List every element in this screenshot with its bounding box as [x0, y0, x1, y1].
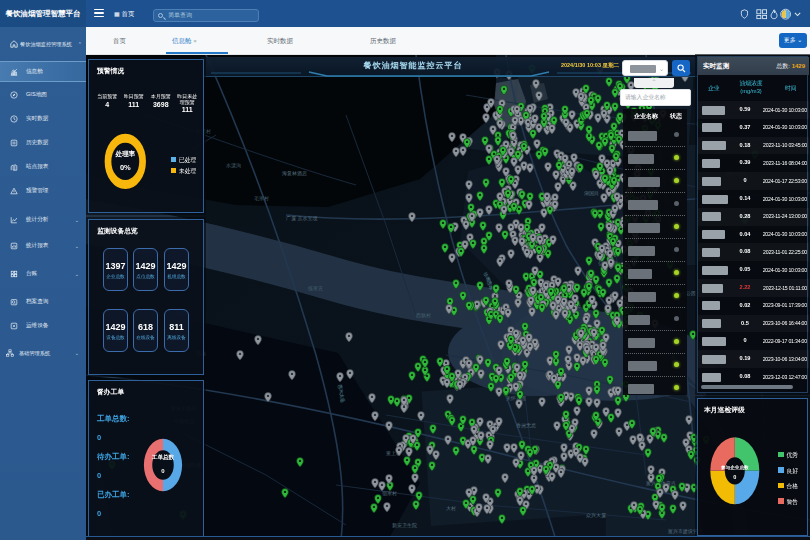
svg-text:海复林酒店: 海复林酒店 [282, 170, 307, 177]
svg-text:湖国目: 湖国目 [584, 190, 599, 197]
svg-text:0%: 0% [120, 163, 131, 172]
svg-text:新安卫生院: 新安卫生院 [392, 522, 417, 529]
svg-text:广厦 京水宝境: 广厦 京水宝境 [286, 215, 317, 222]
svg-text:宿家村: 宿家村 [382, 490, 397, 497]
svg-text:练家言: 练家言 [308, 285, 323, 291]
svg-text:工单总数: 工单总数 [151, 454, 175, 461]
svg-text:处理率: 处理率 [114, 150, 135, 158]
svg-text:水漾沟: 水漾沟 [226, 162, 241, 169]
svg-text:大村: 大村 [446, 505, 456, 512]
svg-text:众兴大厦: 众兴大厦 [586, 512, 606, 519]
svg-text:0: 0 [733, 474, 736, 480]
svg-text:西孰村: 西孰村 [416, 312, 431, 319]
svg-text:毛家村: 毛家村 [254, 195, 269, 202]
svg-text:0: 0 [161, 468, 165, 474]
svg-text:香洲无忌: 香洲无忌 [516, 422, 536, 429]
